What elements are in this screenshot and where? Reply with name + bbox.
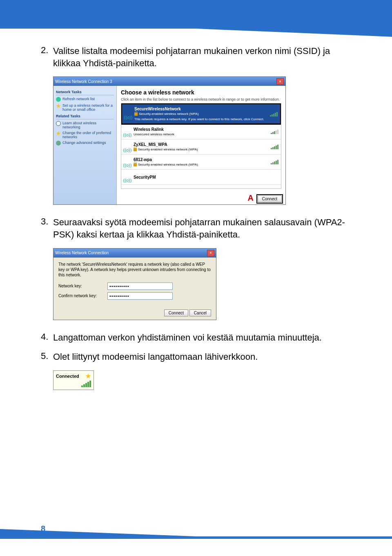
star-icon [56,131,61,136]
network-item[interactable]: ((o)) 6812-wpa Security-enabled wireless… [121,155,281,170]
side-item-learn[interactable]: Learn about wireless networking [56,121,114,129]
network-key-label: Network key: [58,284,107,288]
step-5: 5. Olet liittynyt modeemisi langattomaan… [41,351,351,363]
network-name: SecurityPM [134,175,278,179]
refresh-icon [56,97,61,102]
step-text: Langattoman verkon yhdistäminen voi kest… [53,332,351,344]
antenna-icon: ((o)) [123,178,132,183]
network-security: Security-enabled wireless network (WPA) [138,163,198,166]
lock-icon [134,148,137,151]
lock-icon [134,112,138,116]
connected-screenshot: Connected [53,370,94,390]
network-name: 6812-wpa [134,157,268,162]
content-area: 2. Valitse listalta modeemisi pohjatarra… [41,45,351,390]
network-name: Wireless Ralink [134,127,268,132]
footer-bar [0,536,392,539]
step-3: 3. Seuraavaksi syötä modeemisi pohjatarr… [41,216,351,240]
network-item[interactable]: ((o)) Wireless Ralink Unsecured wireless… [121,124,281,139]
info-icon [56,121,61,126]
dialog-description: The network 'SecureWirelessNetwork' requ… [58,262,211,278]
panel-heading: Choose a wireless network [121,89,281,96]
side-panel: Network Tasks Refresh network list Set u… [53,86,117,204]
connected-label: Connected [56,374,79,379]
side-item-advanced[interactable]: Change advanced settings [56,141,114,146]
side-item-label: Change the order of preferred networks [62,131,114,139]
panel-sub: Click an item in the list below to conne… [121,97,281,101]
footer-diagonal [0,529,196,536]
network-name: SecureWirelessNetwork [134,107,267,111]
side-item-label: Change advanced settings [62,141,106,145]
network-item[interactable]: ((o)) ZyXEL_MIS_WPA Security-enabled wir… [121,139,281,155]
page-number: 8 [41,524,45,534]
close-icon[interactable]: × [276,78,284,85]
side-item-order[interactable]: Change the order of preferred networks [56,131,114,139]
connect-button[interactable]: Connect [258,195,282,202]
window-title: Wireless Network Connection [55,251,109,255]
lock-icon [134,163,137,166]
network-key-screenshot: Wireless Network Connection × The networ… [53,248,216,320]
confirm-key-label: Confirm network key: [58,294,107,298]
signal-icon [271,159,278,164]
signal-icon [270,112,278,117]
network-name: ZyXEL_MIS_WPA [134,142,268,147]
network-security: Security-enabled wireless network (WPA) [138,148,198,151]
star-icon [85,373,91,379]
close-icon[interactable]: × [207,250,214,256]
side-heading: Related Tasks [56,114,114,119]
side-item-label: Set up a wireless network for a home or … [62,103,114,112]
antenna-icon: ((o)) [124,115,133,120]
network-key-input[interactable]: •••••••••• [107,282,173,290]
side-item-label: Learn about wireless networking [62,121,114,129]
network-item-selected[interactable]: ((o)) SecureWirelessNetwork Security-ena… [121,103,281,125]
step-2: 2. Valitse listalta modeemisi pohjatarra… [41,45,351,69]
antenna-icon: ((o)) [123,163,132,168]
antenna-icon: ((o)) [123,148,132,152]
cancel-button[interactable]: Cancel [189,309,211,316]
main-panel: Choose a wireless network Click an item … [117,86,285,204]
network-security: Security-enabled wireless network (WPA) [139,112,199,116]
step-text: Seuraavaksi syötä modeemisi pohjatarran … [53,216,351,240]
star-icon [56,103,61,108]
side-item-refresh[interactable]: Refresh network list [56,97,114,102]
window-title: Wireless Network Connection 3 [55,79,112,84]
step-text: Valitse listalta modeemisi pohjatarran m… [53,45,351,69]
step-text: Olet liittynyt modeemisi langattomaan lä… [53,351,351,363]
network-list: ((o)) SecureWirelessNetwork Security-ena… [121,103,281,189]
step-number: 5. [41,351,53,363]
header-bar [0,0,392,29]
step-number: 2. [41,45,53,69]
connect-highlight: Connect [256,194,283,204]
window-titlebar: Wireless Network Connection 3 × [53,77,285,86]
gear-icon [56,141,61,146]
network-item[interactable]: ((o)) SecurityPM [121,170,281,185]
network-note: This network requires a network key. If … [134,117,267,121]
step-number: 3. [41,216,53,240]
signal-icon [56,381,91,387]
antenna-icon: ((o)) [123,132,132,137]
wireless-list-screenshot: Wireless Network Connection 3 × Network … [53,76,286,205]
confirm-key-input[interactable]: •••••••••• [107,292,173,300]
connect-button[interactable]: Connect [164,309,188,316]
signal-icon [271,129,278,134]
window-titlebar: Wireless Network Connection × [53,249,216,258]
side-heading: Network Tasks [56,90,114,95]
header-diagonal [196,29,392,37]
side-item-setup[interactable]: Set up a wireless network for a home or … [56,103,114,112]
a-marker: A [248,193,254,203]
network-security: Unsecured wireless network [134,132,268,136]
side-item-label: Refresh network list [62,97,95,101]
signal-icon [271,144,278,149]
step-number: 4. [41,332,53,344]
step-4: 4. Langattoman verkon yhdistäminen voi k… [41,332,351,344]
